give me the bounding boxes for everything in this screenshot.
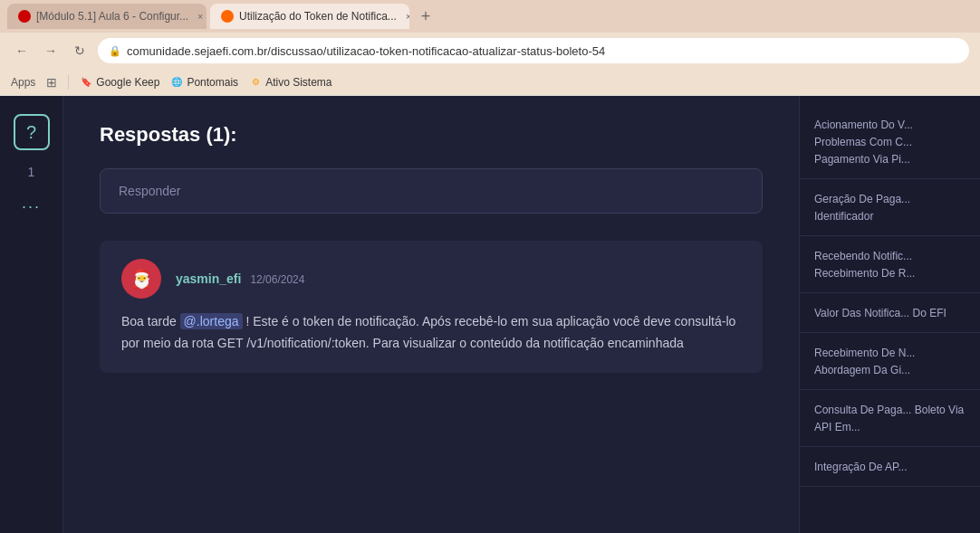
sidebar-more-dots[interactable]: ... <box>22 194 41 213</box>
google-keep-label: Google Keep <box>96 76 159 89</box>
answer-header: 🎅 yasmin_efi 12/06/2024 <box>121 259 741 299</box>
right-item-5[interactable]: Recebimento De N... Abordagem Da Gi... <box>800 333 980 390</box>
apps-label[interactable]: Apps <box>11 76 35 89</box>
tab-2[interactable]: Utilização do Token de Notifica... × <box>210 4 409 29</box>
pontomais-label: Pontomais <box>187 76 238 89</box>
right-item-2-text: Geração De Paga... Identificador <box>814 193 910 223</box>
right-item-4[interactable]: Valor Das Notifica... Do EFI <box>800 293 980 333</box>
main-area: ? 1 ... Respostas (1): Responder 🎅 yasmi… <box>0 96 980 533</box>
refresh-button[interactable]: ↻ <box>69 40 91 62</box>
address-bar: ← → ↻ 🔒 comunidade.sejaefi.com.br/discus… <box>0 33 980 69</box>
mention-tag[interactable]: @.lortega <box>180 313 243 329</box>
ativo-label: Ativo Sistema <box>265 76 331 89</box>
body-before-mention: Boa tarde <box>121 314 180 328</box>
tab-favicon-orange <box>221 10 234 23</box>
bookmark-ativo[interactable]: ⚙ Ativo Sistema <box>249 76 331 89</box>
right-item-1-text: Acionamento Do V... Problemas Com C... P… <box>814 119 913 166</box>
tab-1-close[interactable]: × <box>194 10 207 23</box>
right-item-4-text: Valor Das Notifica... Do EFI <box>814 307 946 319</box>
avatar: 🎅 <box>121 259 161 299</box>
content-area: Respostas (1): Responder 🎅 yasmin_efi 12… <box>63 96 799 533</box>
bookmark-pontomais[interactable]: 🌐 Pontomais <box>170 76 238 89</box>
bookmark-google-keep[interactable]: 🔖 Google Keep <box>80 76 159 89</box>
new-tab-button[interactable]: + <box>413 4 438 29</box>
tab-bar: [Módulo 5.1] Aula 6 - Configur... × Util… <box>0 0 980 33</box>
answer-meta: yasmin_efi 12/06/2024 <box>176 271 304 286</box>
bookmarks-bar: Apps ⊞ 🔖 Google Keep 🌐 Pontomais ⚙ Ativo… <box>0 69 980 96</box>
browser-chrome: [Módulo 5.1] Aula 6 - Configur... × Util… <box>0 0 980 96</box>
right-item-6-text: Consulta De Paga... Boleto Via API Em... <box>814 404 964 433</box>
right-item-1[interactable]: Acionamento Do V... Problemas Com C... P… <box>800 105 980 179</box>
url-text: comunidade.sejaefi.com.br/discussao/util… <box>127 44 605 58</box>
sidebar-count: 1 <box>28 165 35 179</box>
tab-2-close[interactable]: × <box>402 10 409 23</box>
answer-date: 12/06/2024 <box>250 273 304 286</box>
answer-body: Boa tarde @.lortega ! Este é o token de … <box>121 311 741 355</box>
back-button[interactable]: ← <box>11 40 33 62</box>
reply-placeholder: Responder <box>119 184 181 198</box>
tab-2-label: Utilização do Token de Notifica... <box>239 10 397 23</box>
tab-favicon-youtube <box>18 10 31 23</box>
right-sidebar: Acionamento Do V... Problemas Com C... P… <box>799 96 980 533</box>
right-item-3-text: Recebendo Notific... Recebimento De R... <box>814 250 915 280</box>
left-sidebar: ? 1 ... <box>0 96 63 533</box>
url-bar[interactable]: 🔒 comunidade.sejaefi.com.br/discussao/ut… <box>98 38 969 63</box>
reply-input[interactable]: Responder <box>100 168 763 214</box>
right-item-6[interactable]: Consulta De Paga... Boleto Via API Em... <box>800 390 980 447</box>
apps-grid-icon[interactable]: ⊞ <box>46 75 57 90</box>
forward-button[interactable]: → <box>40 40 62 62</box>
right-item-3[interactable]: Recebendo Notific... Recebimento De R... <box>800 236 980 293</box>
right-item-2[interactable]: Geração De Paga... Identificador <box>800 179 980 236</box>
section-title: Respostas (1): <box>100 123 763 147</box>
bookmark-divider <box>68 75 69 90</box>
right-item-7[interactable]: Integração De AP... <box>800 447 980 487</box>
answer-username[interactable]: yasmin_efi <box>176 271 241 286</box>
answer-card: 🎅 yasmin_efi 12/06/2024 Boa tarde @.lort… <box>100 241 763 373</box>
lock-icon: 🔒 <box>109 45 121 57</box>
right-item-7-text: Integração De AP... <box>814 461 908 473</box>
question-icon[interactable]: ? <box>14 114 50 150</box>
pontomais-icon: 🌐 <box>170 76 183 89</box>
right-item-5-text: Recebimento De N... Abordagem Da Gi... <box>814 347 915 376</box>
ativo-icon: ⚙ <box>249 76 262 89</box>
google-keep-icon: 🔖 <box>80 76 92 89</box>
tab-1-label: [Módulo 5.1] Aula 6 - Configur... <box>36 10 188 23</box>
tab-1[interactable]: [Módulo 5.1] Aula 6 - Configur... × <box>7 4 207 29</box>
